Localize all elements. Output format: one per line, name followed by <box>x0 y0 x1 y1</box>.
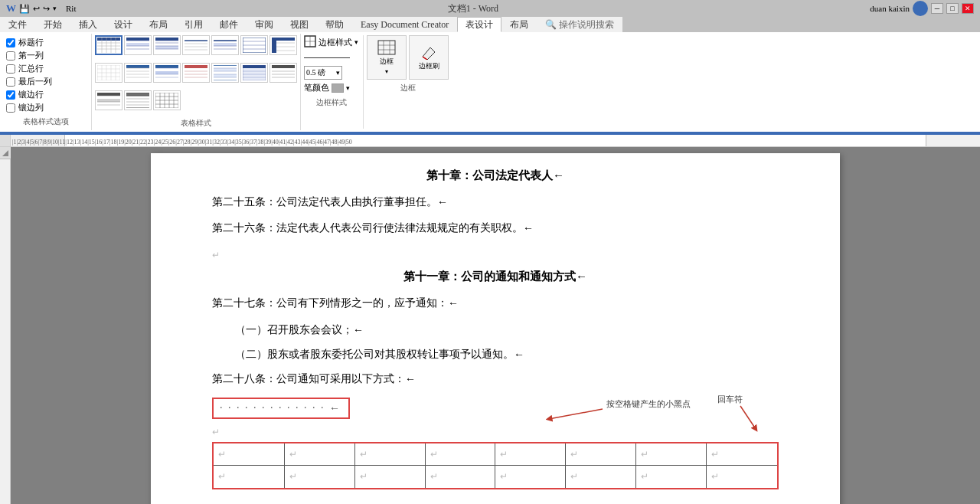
title-bar: W 💾 ↩ ↪ ▾ Rit 文档1 - Word duan kaixin ─ □… <box>0 0 980 17</box>
zuihou-checkbox[interactable] <box>6 77 15 87</box>
jiange-checkbox[interactable] <box>6 90 15 100</box>
jiange-lie-label: 镶边列 <box>18 102 44 113</box>
border-btn-large[interactable]: 边框 ▾ <box>367 35 407 80</box>
quick-more[interactable]: ▾ <box>53 5 57 12</box>
svg-rect-51 <box>155 71 178 74</box>
border-width-dropdown[interactable]: ▾ <box>336 69 340 77</box>
table-styles-section: 表格样式 <box>92 34 301 130</box>
svg-rect-33 <box>272 38 276 53</box>
pen-color-dropdown[interactable]: ▾ <box>346 84 350 92</box>
huizong-checkbox[interactable] <box>6 64 15 74</box>
svg-rect-45 <box>126 65 149 68</box>
max-btn[interactable]: □ <box>946 3 959 14</box>
table-style-4[interactable] <box>182 35 210 55</box>
min-btn[interactable]: ─ <box>931 3 943 14</box>
border-width-input[interactable]: 0.5 磅 ▾ <box>304 66 342 80</box>
jiange-option[interactable]: 镶边行 <box>6 89 85 100</box>
table-cell-2-8: ↵ <box>706 466 778 489</box>
table-style-11[interactable] <box>182 63 210 83</box>
pen-color-swatch[interactable] <box>332 83 344 93</box>
biaotouang-option[interactable]: 标题行 <box>6 37 85 48</box>
diyi-lie-option[interactable]: 第一列 <box>6 50 85 61</box>
table-style-2[interactable] <box>124 35 152 55</box>
chapter11-heading-text: 第十一章：公司的通知和通知方式← <box>403 270 587 283</box>
chapter10-heading-text: 第十章：公司法定代表人← <box>426 169 564 182</box>
quick-redo[interactable]: ↪ <box>43 4 50 14</box>
svg-rect-77 <box>97 93 120 96</box>
table-row-2: ↵ ↵ ↵ ↵ ↵ ↵ ↵ ↵ <box>213 466 778 489</box>
border-eraser-btn[interactable]: 边框刷 <box>409 35 449 80</box>
table-style-12[interactable] <box>211 63 239 83</box>
border-style-dropdown[interactable]: ▾ <box>354 38 358 46</box>
biaotouang-checkbox[interactable] <box>6 38 15 47</box>
document-scroll-area[interactable]: 第十章：公司法定代表人← 第二十五条：公司法定代表人由执行董事担任。← 第二十六… <box>11 147 980 504</box>
table-styles-label: 表格样式 <box>95 118 297 129</box>
tab-table-layout[interactable]: 布局 <box>501 17 537 32</box>
border-line-preview <box>304 57 350 58</box>
ruler-corner[interactable] <box>0 147 11 159</box>
table-style-5[interactable] <box>211 35 239 55</box>
table-style-14[interactable] <box>270 63 297 83</box>
table-style-13[interactable] <box>240 63 268 83</box>
diyi-lie-label: 第一列 <box>18 50 44 61</box>
zuihou-label: 最后一列 <box>18 76 52 87</box>
indent2-text: （二）股东或者股东委托公司对其股权转让事项予以通知。← <box>235 349 524 360</box>
table-style-options-section: 标题行 第一列 汇总行 最后一列 镶边行 镶边列 表格样式选项 <box>0 34 92 130</box>
table-style-10[interactable] <box>153 63 181 83</box>
tab-search[interactable]: 🔍操作说明搜索 <box>537 17 622 32</box>
tab-help[interactable]: 帮助 <box>317 17 352 32</box>
table-style-17[interactable] <box>153 90 181 110</box>
svg-rect-67 <box>243 65 266 68</box>
table-style-9[interactable] <box>124 63 152 83</box>
doc-left-bar <box>0 147 11 504</box>
annotation-arrow-space: 按空格键产生的小黑点 <box>541 390 710 436</box>
table-style-1[interactable] <box>95 35 122 55</box>
jiange-lie-checkbox[interactable] <box>6 103 15 113</box>
tab-review[interactable]: 审阅 <box>247 17 282 32</box>
ruler-ticks: |1|2|3|4|5|6|7|8|9|10|11|12|13|14|15|16|… <box>11 135 980 147</box>
diyi-lie-checkbox[interactable] <box>6 51 15 61</box>
table-cell-2-2: ↵ <box>285 466 355 489</box>
border-section-label: 边框 <box>400 83 416 93</box>
pen-color-label: 笔颜色 <box>304 82 329 93</box>
article28-text: 第二十八条：公司通知可采用以下方式：← <box>212 373 416 385</box>
tab-layout[interactable]: 布局 <box>141 17 176 32</box>
indent1-text: （一）召开股东会会议；← <box>235 324 364 335</box>
table-style-3[interactable] <box>153 35 181 55</box>
tab-table-design[interactable]: 表设计 <box>457 17 501 32</box>
tab-view[interactable]: 视图 <box>282 17 317 32</box>
rit-label: Rit <box>66 4 76 13</box>
tab-mail[interactable]: 邮件 <box>211 17 247 32</box>
svg-rect-14 <box>155 46 178 49</box>
quick-save[interactable]: 💾 <box>19 4 30 14</box>
table-style-7[interactable] <box>270 35 297 55</box>
svg-line-107 <box>549 409 603 419</box>
jiange-label: 镶边行 <box>18 89 44 100</box>
border-style-icon <box>304 35 316 49</box>
tab-edc[interactable]: Easy Document Creator <box>352 17 457 32</box>
table-style-6[interactable] <box>240 35 268 55</box>
close-btn[interactable]: ✕ <box>962 3 974 14</box>
table-style-8[interactable] <box>95 63 122 83</box>
border-eraser-row: 边框 ▾ 边框刷 <box>367 35 449 80</box>
chapter11-heading: 第十一章：公司的通知和通知方式← <box>212 270 779 284</box>
table-style-16[interactable] <box>124 90 152 110</box>
table-cell-2-7: ↵ <box>635 466 706 489</box>
border-style-subsection: 边框样式 ▾ 0.5 磅 ▾ 笔颜色 ▾ 边框样式 <box>304 35 364 129</box>
svg-rect-50 <box>155 65 178 68</box>
svg-rect-9 <box>126 43 149 46</box>
quick-undo[interactable]: ↩ <box>33 4 40 14</box>
tab-home[interactable]: 开始 <box>35 17 70 32</box>
empty-line-1: ↵ <box>212 247 779 263</box>
user-name: duan kaixin <box>870 4 910 13</box>
tab-file[interactable]: 文件 <box>0 17 35 32</box>
huizong-option[interactable]: 汇总行 <box>6 63 85 74</box>
zuihou-option[interactable]: 最后一列 <box>6 76 85 87</box>
jiange-lie-option[interactable]: 镶边列 <box>6 102 85 113</box>
tab-design[interactable]: 设计 <box>106 17 141 32</box>
tab-reference[interactable]: 引用 <box>176 17 211 32</box>
table-cell-1-3: ↵ <box>354 443 425 466</box>
border-dropdown-arrow[interactable]: ▾ <box>385 68 388 75</box>
table-style-15[interactable] <box>95 90 122 110</box>
tab-insert[interactable]: 插入 <box>70 17 106 32</box>
